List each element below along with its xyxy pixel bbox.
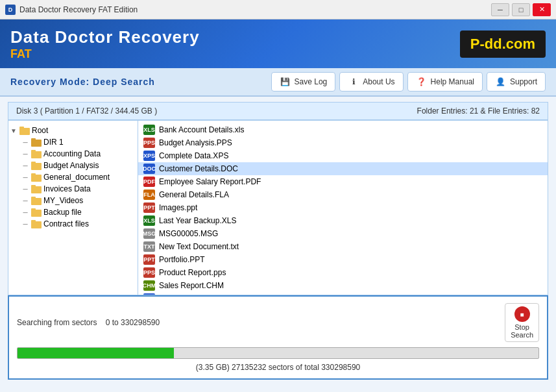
file-type-icon-chm: CHM bbox=[143, 280, 155, 291]
support-icon: 👤 bbox=[495, 76, 507, 88]
svg-rect-11 bbox=[31, 185, 36, 188]
svg-rect-3 bbox=[31, 138, 36, 141]
file-item-general[interactable]: FLA General Details.FLA bbox=[138, 188, 548, 201]
about-us-icon: ℹ bbox=[348, 76, 359, 88]
svg-rect-7 bbox=[31, 162, 36, 164]
file-item-customer[interactable]: DOC Customer Details.DOC bbox=[138, 162, 548, 175]
file-item-images[interactable]: PPT Images.ppt bbox=[138, 201, 548, 214]
save-log-button[interactable]: 💾 Save Log bbox=[271, 72, 336, 92]
restore-button[interactable]: □ bbox=[512, 3, 530, 16]
file-name-employee: Employee Salary Report.PDF bbox=[159, 177, 261, 186]
search-sectors-text: Searching from sectors 0 to 330298590 bbox=[17, 318, 160, 327]
stop-search-button[interactable]: Stop Search bbox=[505, 303, 539, 342]
tree-label-general: General_document bbox=[43, 173, 110, 182]
file-name-stock: Stock Item List.doc bbox=[159, 294, 224, 295]
accounting-folder-icon bbox=[31, 149, 42, 158]
root-folder-icon bbox=[19, 126, 30, 135]
file-type-icon-doc2: DOC bbox=[143, 293, 155, 295]
file-list-panel: XLS Bank Account Details.xls PPS Budget … bbox=[138, 121, 548, 295]
file-item-employee[interactable]: PDF Employee Salary Report.PDF bbox=[138, 175, 548, 188]
svg-rect-9 bbox=[31, 173, 36, 176]
save-log-icon: 💾 bbox=[280, 76, 291, 88]
tree-label-myvideos: MY_Videos bbox=[43, 196, 83, 205]
file-type-icon-xls2: XLS bbox=[143, 215, 155, 226]
tree-item-dir1[interactable]: ─ DIR 1 bbox=[8, 136, 138, 148]
about-us-button[interactable]: ℹ About Us bbox=[339, 72, 403, 92]
disk-info-right: Folder Entries: 21 & File Entries: 82 bbox=[417, 106, 540, 116]
app-title: Data Doctor Recovery FAT Edition bbox=[19, 5, 491, 14]
brand-badge: P-dd.com bbox=[460, 31, 546, 58]
file-item-portfolio[interactable]: PPT Portfolio.PPT bbox=[138, 253, 548, 266]
file-type-icon-xls: XLS bbox=[143, 125, 155, 135]
help-manual-icon: ❓ bbox=[416, 76, 428, 88]
file-name-product: Product Report.pps bbox=[159, 268, 226, 277]
file-type-icon-pps2: PPS bbox=[143, 267, 155, 278]
progress-bar-fill bbox=[18, 348, 174, 358]
file-name-general: General Details.FLA bbox=[159, 190, 229, 199]
toolbar: Recovery Mode: Deep Search 💾 Save Log ℹ … bbox=[0, 68, 556, 97]
file-item-budget[interactable]: PPS Budget Analysis.PPS bbox=[138, 136, 548, 149]
tree-expander-root: ▼ bbox=[10, 127, 18, 134]
tree-label-accounting: Accounting Data bbox=[43, 149, 101, 158]
tree-label-invoices: Invoices Data bbox=[43, 184, 91, 193]
file-type-icon-pps: PPS bbox=[143, 138, 155, 148]
main-content: Disk 3 ( Partition 1 / FAT32 / 344.45 GB… bbox=[0, 97, 556, 392]
file-item-bank[interactable]: XLS Bank Account Details.xls bbox=[138, 123, 548, 136]
help-manual-button[interactable]: ❓ Help Manual bbox=[407, 72, 483, 92]
minimize-button[interactable]: ─ bbox=[491, 3, 509, 16]
budget-folder-icon bbox=[31, 161, 42, 170]
tree-label-root: Root bbox=[32, 126, 48, 135]
tree-label-budget: Budget Analysis bbox=[43, 161, 99, 170]
file-item-sales[interactable]: CHM Sales Report.CHM bbox=[138, 279, 548, 292]
file-name-customer: Customer Details.DOC bbox=[159, 164, 238, 173]
svg-rect-13 bbox=[31, 197, 36, 199]
tree-item-root[interactable]: ▼ Root bbox=[8, 125, 138, 136]
search-info-row: Searching from sectors 0 to 330298590 St… bbox=[17, 303, 539, 342]
search-status-text: (3.35 GB) 27135232 sectors of total 3302… bbox=[17, 363, 539, 372]
window-controls: ─ □ ✕ bbox=[491, 3, 551, 16]
tree-panel: ▼ Root ─ DIR 1 ─ bbox=[8, 121, 138, 295]
app-sub-title: FAT bbox=[10, 47, 200, 61]
file-name-portfolio: Portfolio.PPT bbox=[159, 255, 205, 264]
file-type-icon-ppt2: PPT bbox=[143, 254, 155, 265]
support-button[interactable]: 👤 Support bbox=[487, 72, 546, 92]
file-type-icon-fla: FLA bbox=[143, 190, 155, 200]
app-icon: D bbox=[5, 5, 16, 15]
tree-item-general[interactable]: ─ General_document bbox=[8, 171, 138, 183]
tree-label-backup: Backup file bbox=[43, 208, 82, 217]
file-browser: ▼ Root ─ DIR 1 ─ bbox=[8, 120, 548, 295]
svg-rect-1 bbox=[19, 127, 24, 129]
file-name-complete: Complete Data.XPS bbox=[159, 151, 228, 160]
file-name-sales: Sales Report.CHM bbox=[159, 281, 224, 290]
dir1-folder-icon bbox=[31, 138, 42, 147]
tree-item-backup[interactable]: ─ Backup file bbox=[8, 206, 138, 218]
file-item-product[interactable]: PPS Product Report.pps bbox=[138, 266, 548, 279]
tree-item-myvideos[interactable]: ─ MY_Videos bbox=[8, 195, 138, 206]
recovery-mode-label: Recovery Mode: Deep Search bbox=[10, 77, 267, 87]
tree-item-accounting[interactable]: ─ Accounting Data bbox=[8, 148, 138, 160]
disk-info-left: Disk 3 ( Partition 1 / FAT32 / 344.45 GB… bbox=[16, 106, 157, 116]
file-type-icon-msg: MSG bbox=[143, 228, 155, 239]
invoices-folder-icon bbox=[31, 184, 42, 193]
file-item-complete[interactable]: XPS Complete Data.XPS bbox=[138, 149, 548, 162]
app-logo: Data Doctor Recovery FAT bbox=[10, 27, 200, 61]
file-item-msg[interactable]: MSG MSG00005.MSG bbox=[138, 227, 548, 240]
file-item-newtxt[interactable]: TXT New Text Document.txt bbox=[138, 240, 548, 253]
svg-rect-15 bbox=[31, 208, 36, 211]
file-name-newtxt: New Text Document.txt bbox=[159, 242, 239, 251]
file-item-stock[interactable]: DOC Stock Item List.doc bbox=[138, 292, 548, 295]
tree-item-contract[interactable]: ─ Contract files bbox=[8, 218, 138, 230]
file-type-icon-ppt: PPT bbox=[143, 202, 155, 213]
tree-item-invoices[interactable]: ─ Invoices Data bbox=[8, 183, 138, 195]
file-type-icon-doc: DOC bbox=[143, 164, 155, 174]
general-folder-icon bbox=[31, 173, 42, 182]
stop-search-icon bbox=[514, 306, 530, 322]
tree-item-budget[interactable]: ─ Budget Analysis bbox=[8, 160, 138, 171]
close-button[interactable]: ✕ bbox=[533, 3, 551, 16]
file-item-lastyear[interactable]: XLS Last Year Backup.XLS bbox=[138, 214, 548, 227]
file-name-lastyear: Last Year Backup.XLS bbox=[159, 216, 236, 225]
tree-label-dir1: DIR 1 bbox=[43, 138, 64, 147]
file-type-icon-pdf: PDF bbox=[143, 177, 155, 187]
file-type-icon-txt: TXT bbox=[143, 241, 155, 252]
title-bar: D Data Doctor Recovery FAT Edition ─ □ ✕ bbox=[0, 0, 556, 19]
